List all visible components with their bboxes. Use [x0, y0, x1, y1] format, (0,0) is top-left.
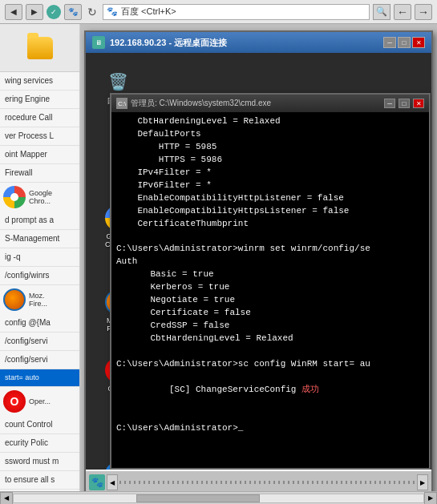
cmd-line-18: CbtHardeningLevel = Relaxed [116, 333, 424, 345]
sidebar-item-config-servi2[interactable]: /config/servi [0, 351, 79, 369]
firefox-label: Moz.Fire... [29, 292, 47, 308]
cmd-line-7: EnableCompatibilityHttpListener = false [116, 192, 424, 205]
rdp-titlebar: 🖥 192.168.90.23 - 远程桌面连接 ─ □ ✕ [86, 32, 431, 53]
chrome-label: GoogleChro... [29, 189, 52, 205]
sidebar-item-firewall[interactable]: Firewall [0, 164, 79, 183]
opera-row: O Oper... [0, 387, 79, 416]
sidebar-top [0, 24, 79, 72]
cmd-line-20: C:\Users\Administrator>sc config WinRM s… [116, 358, 424, 371]
rdp-icon: 🖥 [92, 36, 105, 49]
scrollbar-thumb[interactable] [136, 494, 259, 502]
sidebar-item-security[interactable]: ecurity Polic [0, 434, 79, 453]
sc-label: [SC] ChangeServiceConfig [169, 385, 301, 394]
rdp-maximize-button[interactable]: □ [398, 37, 411, 48]
left-sidebar: wing services ering Engine rocedure Call… [0, 24, 80, 504]
browser-scrollbar: ◀ ▶ [0, 491, 437, 504]
success-text: 成功 [301, 385, 319, 394]
cmd-line-9: CertificateThumbprint [116, 218, 424, 231]
cmd-line-12: Auth [116, 256, 424, 268]
chrome-row: GoogleChro... [0, 183, 79, 212]
back-button[interactable]: ◀ [5, 4, 22, 20]
address-text: 百度 <Ctrl+K> [121, 6, 176, 18]
cmd-line-10 [116, 230, 424, 243]
sidebar-item-config-servi1[interactable]: /config/servi [0, 333, 79, 351]
sidebar-item-config-winrs[interactable]: /config/winrs [0, 267, 79, 285]
cmd-title: 管理员: C:\Windows\system32\cmd.exe [131, 98, 381, 109]
cmd-minimize-button[interactable]: ─ [384, 99, 395, 108]
opera-label: Oper... [29, 397, 51, 405]
cmd-line-5: IPv4Filter = * [116, 167, 424, 179]
rdp-controls: ─ □ ✕ [383, 37, 425, 48]
firefox-icon [3, 288, 26, 311]
taskbar-scroll-left[interactable]: ◀ [107, 474, 118, 490]
cmd-window: C:\ 管理员: C:\Windows\system32\cmd.exe ─ □… [110, 93, 431, 470]
sidebar-item-password[interactable]: ssword must m [0, 453, 79, 471]
rdp-window: 🖥 192.168.90.23 - 远程桌面连接 ─ □ ✕ 🗑️ 回收站 Go… [84, 30, 433, 495]
nav-forward[interactable]: → [415, 4, 432, 20]
cmd-line-8: EnableCompatibilityHttpsListener = false [116, 205, 424, 218]
folder-icon [27, 37, 53, 59]
sidebar-item-ering[interactable]: ering Engine [0, 91, 79, 109]
sidebar-item-config-q[interactable]: ig -q [0, 248, 79, 267]
rdp-title: 192.168.90.23 - 远程桌面连接 [110, 37, 378, 49]
cmd-content: CbtHardeningLevel = Relaxed DefaultPorts… [111, 112, 429, 468]
security-icon: ✓ [47, 5, 61, 19]
chrome-icon [3, 186, 26, 208]
cmd-icon: C:\ [116, 98, 127, 109]
sidebar-item-procedure[interactable]: rocedure Call [0, 109, 79, 127]
rdp-minimize-button[interactable]: ─ [383, 37, 396, 48]
nav-back[interactable]: ← [394, 4, 411, 20]
scrollbar-right-button[interactable]: ▶ [424, 492, 437, 505]
cmd-line-14: Kerberos = true [116, 281, 424, 294]
cmd-maximize-button[interactable]: □ [399, 99, 410, 108]
address-bar[interactable]: 🐾 百度 <Ctrl+K> [103, 4, 370, 20]
cmd-titlebar: C:\ 管理员: C:\Windows\system32\cmd.exe ─ □… [111, 95, 429, 112]
sidebar-item-count[interactable]: count Control [0, 416, 79, 434]
cmd-line-22 [116, 409, 424, 422]
cmd-line-21: [SC] ChangeServiceConfig 成功 [116, 371, 424, 409]
sidebar-item-smgmt[interactable]: S-Management [0, 230, 79, 248]
cmd-line-4: HTTPS = 5986 [116, 154, 424, 167]
sidebar-item-ver[interactable]: ver Process L [0, 127, 79, 146]
cmd-line-2: DefaultPorts [116, 128, 424, 141]
recycle-bin-icon: 🗑️ [105, 69, 131, 95]
sidebar-item-wing-services[interactable]: wing services [0, 72, 79, 91]
scrollbar-left-button[interactable]: ◀ [0, 492, 13, 505]
firefox-row: Moz.Fire... [0, 285, 79, 314]
refresh-icon[interactable]: ↻ [85, 5, 99, 19]
cmd-close-button[interactable]: ✕ [413, 99, 424, 108]
cmd-line-17: CredSSP = false [116, 320, 424, 333]
sidebar-item-ensure[interactable]: to ensure all s [0, 471, 79, 490]
taskbar-start-icon[interactable]: 🐾 [89, 474, 105, 490]
icon-button[interactable]: 🐾 [64, 4, 82, 20]
paw-icon: 🐾 [107, 6, 118, 17]
cmd-line-15: Negotiate = true [116, 294, 424, 307]
cmd-line-16: Certificate = false [116, 307, 424, 320]
cmd-line-3: HTTP = 5985 [116, 141, 424, 154]
sidebar-item-config-ma[interactable]: config @{Ma [0, 314, 79, 333]
rdp-taskbar: 🐾 ◀ ▶ [86, 470, 431, 494]
taskbar-scroll-right[interactable]: ▶ [417, 474, 428, 490]
cmd-line-1: CbtHardeningLevel = Relaxed [116, 115, 424, 128]
cmd-line-6: IPv6Filter = * [116, 179, 424, 192]
sidebar-item-point[interactable]: oint Mapper [0, 146, 79, 164]
forward-button[interactable]: ▶ [26, 4, 43, 20]
scrollbar-track[interactable] [13, 494, 424, 503]
sidebar-item-start-auto[interactable]: start= auto [0, 369, 79, 387]
browser-toolbar: ◀ ▶ ✓ 🐾 ↻ 🐾 百度 <Ctrl+K> 🔍 ← → [0, 0, 437, 24]
rdp-close-button[interactable]: ✕ [412, 37, 425, 48]
taskbar-dots [119, 481, 415, 484]
cmd-line-13: Basic = true [116, 268, 424, 281]
opera-icon: O [3, 390, 26, 413]
cmd-line-19 [116, 345, 424, 358]
cmd-line-11: C:\Users\Administrator>winrm set winrm/c… [116, 243, 424, 256]
cmd-line-23: C:\Users\Administrator>_ [116, 422, 424, 435]
sidebar-item-prompt[interactable]: d prompt as a [0, 212, 79, 230]
search-button[interactable]: 🔍 [373, 4, 390, 20]
